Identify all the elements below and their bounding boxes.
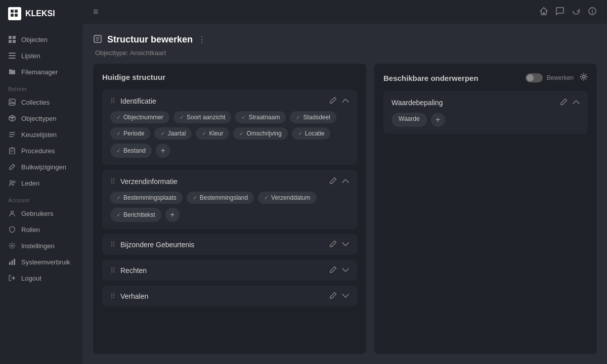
edit-waardebepaling-button[interactable]	[560, 98, 568, 107]
section-verhalen-icons	[330, 292, 349, 300]
chat-icon[interactable]	[555, 7, 565, 17]
more-options-button[interactable]: ⋮	[198, 35, 206, 44]
svg-point-17	[11, 245, 13, 247]
svg-point-24	[583, 76, 585, 78]
expand-verhalen-button[interactable]	[342, 292, 349, 300]
svg-rect-10	[9, 58, 16, 59]
check-icon: ✓	[296, 114, 300, 121]
section-verhalen-title: Verhalen	[120, 292, 330, 300]
check-icon: ✓	[180, 114, 184, 121]
svg-rect-19	[12, 260, 13, 265]
edit-bijzondere-gebeurtenis-button[interactable]	[330, 240, 337, 249]
cube-icon	[8, 114, 16, 122]
svg-rect-2	[11, 14, 14, 17]
collapse-verzendinformatie-button[interactable]	[342, 177, 349, 185]
sidebar-item-instellingen-label: Instellingen	[21, 242, 55, 250]
sidebar-item-gebruikers[interactable]: Gebruikers	[0, 205, 83, 221]
sidebar-item-filemanager[interactable]: Filemanager	[0, 64, 83, 80]
add-tag-identificatie-button[interactable]: +	[156, 144, 170, 158]
info-icon[interactable]	[588, 7, 597, 17]
sidebar-item-objecttypen[interactable]: Objecttypen	[0, 110, 83, 126]
sidebar-item-leden-label: Leden	[21, 179, 39, 187]
tag-jaartal: ✓ Jaartal	[154, 127, 192, 140]
add-tag-verzendinformatie-button[interactable]: +	[165, 208, 180, 222]
identificatie-tags: ✓ Objectnummer ✓ Soort aanzicht ✓ Straat…	[110, 111, 349, 158]
sidebar-item-logout[interactable]: Logout	[0, 270, 83, 286]
sidebar-item-instellingen[interactable]: Instellingen	[0, 238, 83, 254]
sidebar-item-collecties[interactable]: Collecties	[0, 94, 83, 110]
section-bijzondere-gebeurtenis-title: Bijzondere Gebeurtenis	[120, 241, 330, 249]
menu-icon[interactable]: ≡	[93, 7, 99, 17]
waardebepaling-tags: Waarde +	[392, 113, 580, 127]
sidebar-item-bulkwijzigingen[interactable]: Bulkwijzigingen	[0, 159, 83, 175]
logo-icon	[8, 7, 21, 20]
tag-berichttekst: ✓ Berichttekst	[110, 208, 161, 222]
sidebar-item-rollen-label: Rollen	[21, 226, 40, 234]
svg-rect-4	[9, 36, 12, 39]
logo-text: KLEKSI	[25, 9, 55, 18]
svg-rect-5	[13, 36, 16, 39]
tag-bestand: ✓ Bestand	[110, 144, 152, 158]
sidebar-item-filemanager-label: Filemanager	[21, 68, 58, 76]
collapse-identificatie-button[interactable]	[342, 97, 349, 105]
drag-handle-rechten[interactable]: ⠿	[110, 266, 115, 275]
tag-verzenddatum: ✓ Verzenddatum	[258, 192, 316, 204]
list-check-icon	[8, 130, 16, 139]
toggle-control[interactable]	[526, 73, 543, 82]
add-waardebepaling-button[interactable]: +	[431, 113, 445, 127]
section-rechten-icons	[330, 266, 349, 275]
drag-handle-bijzondere-gebeurtenis[interactable]: ⠿	[110, 241, 115, 249]
collapse-waardebepaling-button[interactable]	[573, 99, 580, 106]
section-verzendinformatie-title: Verzendinformatie	[120, 177, 330, 186]
topbar-right	[539, 7, 597, 17]
sidebar-item-objecten[interactable]: Objecten	[0, 31, 83, 48]
section-identificatie-header: ⠿ Identificatie	[110, 97, 349, 105]
main-area: ≡	[83, 0, 607, 364]
section-bijzondere-gebeurtenis-icons	[330, 240, 349, 249]
check-icon: ✓	[160, 130, 165, 137]
sidebar-item-gebruikers-label: Gebruikers	[21, 210, 54, 217]
columns-layout: Huidige structuur ⠿ Identificatie	[93, 64, 597, 354]
pencil-bulk-icon	[8, 163, 16, 171]
settings-button[interactable]	[580, 73, 588, 83]
edit-verhalen-button[interactable]	[330, 292, 337, 300]
sidebar-item-leden[interactable]: Leden	[0, 175, 83, 191]
sidebar-item-procedures[interactable]: Procedures	[0, 143, 83, 159]
edit-identificatie-button[interactable]	[330, 97, 337, 105]
section-verhalen-header: ⠿ Verhalen	[110, 292, 349, 300]
refresh-icon[interactable]	[572, 7, 581, 17]
page-subtitle: Objecttype: Ansichtkaart	[95, 49, 597, 57]
expand-rechten-button[interactable]	[342, 266, 349, 274]
expand-bijzondere-gebeurtenis-button[interactable]	[342, 241, 349, 248]
section-verzendinformatie: ⠿ Verzendinformatie	[102, 170, 357, 229]
gear-icon	[8, 242, 16, 250]
tag-straatnaam: ✓ Straatnaam	[235, 111, 286, 123]
home-icon[interactable]	[539, 7, 548, 17]
drag-handle-verzendinformatie[interactable]: ⠿	[110, 177, 115, 186]
sidebar-item-systeemverbruik-label: Systeemverbruik	[21, 258, 70, 266]
drag-handle-verhalen[interactable]: ⠿	[110, 292, 115, 300]
shield-icon	[8, 225, 16, 234]
sidebar-item-systeemverbruik[interactable]: Systeemverbruik	[0, 254, 83, 270]
waardebepaling-header: Waardebepaling	[392, 98, 580, 107]
sidebar-item-rollen[interactable]: Rollen	[0, 221, 83, 238]
sidebar-item-keuzelijsten[interactable]: Keuzelijsten	[0, 126, 83, 143]
section-rechten-title: Rechten	[120, 266, 330, 275]
bewerken-toggle[interactable]: Bewerken	[526, 73, 574, 82]
logo: KLEKSI	[0, 0, 83, 27]
list-icon	[8, 52, 16, 60]
drag-handle-identificatie[interactable]: ⠿	[110, 97, 115, 105]
topbar-left: ≡	[93, 7, 99, 17]
section-verzendinformatie-header: ⠿ Verzendinformatie	[110, 177, 349, 186]
waardebepaling-title: Waardebepaling	[392, 99, 560, 107]
section-bijzondere-gebeurtenis: ⠿ Bijzondere Gebeurtenis	[102, 234, 357, 255]
edit-rechten-button[interactable]	[330, 266, 337, 275]
right-panel-header: Beschikbare onderwerpen Bewerken	[383, 73, 588, 83]
svg-rect-8	[9, 53, 16, 54]
sidebar-item-lijsten[interactable]: Lijsten	[0, 48, 83, 64]
available-tag-waarde[interactable]: Waarde	[392, 113, 427, 127]
available-section-waardebepaling: Waardebepaling Waarde +	[383, 91, 588, 134]
edit-verzendinformatie-button[interactable]	[330, 177, 337, 186]
svg-point-15	[13, 181, 15, 183]
right-panel-title: Beschikbare onderwerpen	[383, 74, 526, 82]
